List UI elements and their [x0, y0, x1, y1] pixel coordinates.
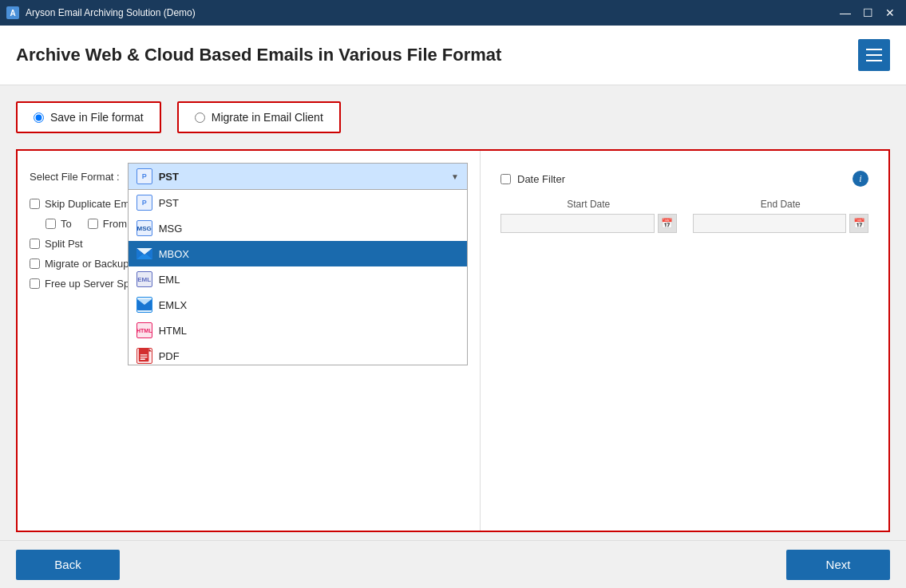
- info-icon[interactable]: i: [853, 171, 868, 187]
- svg-rect-10: [140, 357, 147, 357]
- start-date-group: Start Date 📅: [500, 199, 677, 233]
- app-icon-letter: A: [10, 9, 15, 18]
- list-item[interactable]: EMLX: [129, 292, 467, 318]
- main-content: Save in File format Migrate in Email Cli…: [0, 85, 906, 540]
- pst-label: PST: [159, 197, 179, 209]
- emlx-format-icon: [136, 297, 152, 313]
- split-pst-checkbox[interactable]: [30, 239, 40, 249]
- end-date-group: End Date 📅: [693, 199, 869, 233]
- eml-format-icon: EML: [136, 271, 152, 287]
- pdf-icon-svg: [137, 348, 152, 364]
- eml-label: EML: [159, 274, 180, 286]
- start-date-input-row: 📅: [500, 214, 677, 233]
- title-bar: A Aryson Email Archiving Solution (Demo)…: [0, 0, 906, 26]
- start-date-calendar-button[interactable]: 📅: [658, 214, 677, 233]
- save-file-label: Save in File format: [50, 111, 144, 124]
- end-date-input-row: 📅: [693, 214, 869, 233]
- right-panel: Date Filter i Start Date 📅: [481, 151, 888, 531]
- html-format-icon: HTML: [136, 322, 152, 338]
- footer: Back Next: [0, 540, 906, 588]
- end-date-label: End Date: [693, 199, 869, 210]
- page-title: Archive Web & Cloud Based Emails in Vari…: [16, 45, 501, 65]
- close-button[interactable]: ✕: [880, 3, 900, 22]
- end-date-calendar-button[interactable]: 📅: [849, 214, 868, 233]
- emlx-icon-svg: [137, 299, 152, 310]
- to-checkbox[interactable]: [45, 219, 56, 229]
- back-button[interactable]: Back: [16, 550, 120, 580]
- start-date-input[interactable]: [500, 214, 655, 233]
- mbox-format-icon: [136, 246, 152, 262]
- title-bar-left: A Aryson Email Archiving Solution (Demo): [6, 6, 196, 19]
- calendar-icon: 📅: [853, 218, 865, 229]
- window-controls: — ☐ ✕: [836, 3, 900, 22]
- from-checkbox-item: From: [88, 218, 127, 230]
- hamburger-line-2: [866, 54, 882, 56]
- next-button[interactable]: Next: [786, 550, 890, 580]
- date-filter-label: Date Filter: [517, 173, 565, 185]
- app-title: Aryson Email Archiving Solution (Demo): [26, 7, 196, 18]
- hamburger-line-1: [866, 49, 882, 50]
- format-selector-row: Select File Format : P PST ▼ P: [30, 163, 468, 190]
- to-checkbox-item: To: [45, 218, 72, 230]
- free-up-checkbox[interactable]: [30, 278, 40, 289]
- mbox-label: MBOX: [159, 248, 189, 260]
- format-dropdown-list: P PST MSG MSG: [128, 190, 468, 365]
- radio-options: Save in File format Migrate in Email Cli…: [16, 101, 890, 133]
- format-dropdown-selected[interactable]: P PST ▼: [128, 163, 468, 190]
- msg-format-icon: MSG: [136, 220, 152, 236]
- maximize-button[interactable]: ☐: [858, 3, 877, 22]
- list-item[interactable]: P PST: [129, 190, 467, 215]
- migrate-backup-checkbox[interactable]: [30, 258, 40, 269]
- skip-duplicate-checkbox[interactable]: [30, 199, 40, 209]
- list-item[interactable]: MSG MSG: [129, 215, 467, 241]
- pdf-label: PDF: [159, 350, 180, 362]
- list-item[interactable]: EML EML: [129, 266, 467, 292]
- date-filter-header: Date Filter i: [500, 171, 868, 187]
- hamburger-line-3: [866, 60, 882, 61]
- date-filter-checkbox[interactable]: [500, 174, 511, 184]
- mbox-envelope-svg: [136, 248, 152, 259]
- date-filter-section: Date Filter i Start Date 📅: [493, 163, 876, 241]
- selected-format-text: PST: [159, 171, 179, 183]
- html-label: HTML: [159, 325, 187, 337]
- pst-format-icon: P: [136, 195, 152, 211]
- content-panel: Select File Format : P PST ▼ P: [16, 149, 890, 532]
- list-item[interactable]: HTML HTML: [129, 318, 467, 343]
- split-pst-label: Split Pst: [45, 238, 83, 250]
- start-date-label: Start Date: [500, 199, 677, 210]
- save-file-radio[interactable]: [34, 112, 44, 123]
- left-panel: Select File Format : P PST ▼ P: [18, 151, 481, 531]
- list-item[interactable]: MBOX: [129, 241, 467, 266]
- calendar-icon: 📅: [661, 218, 673, 229]
- pdf-format-icon: [136, 348, 152, 364]
- migrate-email-option[interactable]: Migrate in Email Client: [177, 101, 341, 133]
- svg-rect-11: [140, 359, 144, 360]
- format-label: Select File Format :: [30, 171, 120, 183]
- date-fields: Start Date 📅 End Date: [500, 199, 868, 233]
- app-icon: A: [6, 6, 19, 19]
- emlx-label: EMLX: [159, 299, 187, 311]
- minimize-button[interactable]: —: [836, 3, 855, 22]
- msg-label: MSG: [159, 223, 183, 235]
- from-label: From: [103, 218, 127, 230]
- save-file-option[interactable]: Save in File format: [16, 101, 161, 133]
- pst-icon: P: [136, 168, 152, 184]
- end-date-input[interactable]: [693, 214, 847, 233]
- dropdown-arrow-icon: ▼: [451, 172, 459, 181]
- migrate-email-label: Migrate in Email Client: [212, 111, 323, 124]
- svg-rect-9: [140, 354, 147, 355]
- menu-button[interactable]: [858, 39, 890, 71]
- from-checkbox[interactable]: [88, 219, 98, 229]
- app-header: Archive Web & Cloud Based Emails in Vari…: [0, 26, 906, 85]
- migrate-email-radio[interactable]: [195, 112, 205, 123]
- to-label: To: [61, 218, 72, 230]
- list-item[interactable]: PDF: [129, 343, 467, 365]
- format-dropdown-container: P PST ▼ P PST MSG: [128, 163, 468, 190]
